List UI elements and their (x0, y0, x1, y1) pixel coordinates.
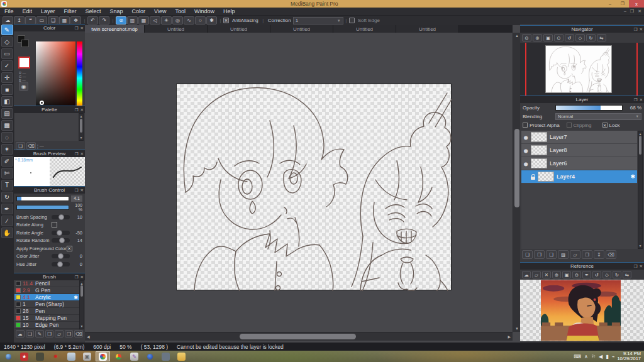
menu-view[interactable]: View (150, 8, 170, 15)
title-bar[interactable]: MediBang Paint Pro – ❐ x (0, 0, 644, 8)
power-icon[interactable]: ▮ (606, 354, 608, 359)
slider-knob[interactable] (59, 238, 65, 243)
select-eraser-tool[interactable]: ✄ (1, 168, 13, 178)
marquee-tool[interactable]: ▭ (1, 48, 13, 59)
popout-icon[interactable]: ❐ (75, 188, 79, 193)
minimize-button[interactable]: – (604, 0, 616, 8)
bucket-tool[interactable]: ◧ (1, 96, 13, 107)
layer-row-6[interactable]: ⬤ Layer6 (521, 157, 637, 170)
menu-tool[interactable]: Tool (170, 8, 190, 15)
soft-edge-checkbox[interactable] (349, 18, 355, 23)
tray-expand-icon[interactable]: ∧ (584, 354, 588, 359)
taskbar-viewer[interactable]: ▣ (80, 351, 94, 361)
menu-color[interactable]: Color (128, 8, 150, 15)
popout-icon[interactable]: ❐ (75, 275, 79, 280)
taskbar-clock[interactable]: 9:14 PM 10/29/2017 (617, 351, 643, 361)
slider-knob[interactable] (58, 253, 64, 259)
slider-track[interactable] (52, 215, 70, 219)
close-icon[interactable]: ✕ (80, 188, 84, 193)
brush-pen-sharp[interactable]: 1 Pen (Sharp) (14, 301, 79, 308)
brush-mapping-pen[interactable]: 15 Mapping Pen (14, 315, 79, 322)
vscroll-thumb[interactable] (514, 129, 519, 207)
layer-scrollbar[interactable]: ▲▼ (638, 131, 643, 249)
canvas-viewport[interactable] (85, 33, 513, 332)
brush-duplicate-icon[interactable]: ❐ (45, 330, 54, 337)
taskbar-discord[interactable] (158, 351, 173, 361)
sv-picker-handle[interactable] (40, 101, 44, 105)
taskbar-browser-globe[interactable] (1, 351, 16, 361)
reference-view[interactable] (520, 280, 644, 341)
layer-delete-icon[interactable]: ⌫ (606, 250, 616, 259)
ref-zoom-out-icon[interactable]: ⊖ (572, 271, 581, 278)
clipping-checkbox[interactable] (567, 123, 572, 128)
layer-row-7[interactable]: ⬤ Layer7 (521, 131, 637, 144)
close-icon[interactable]: ✕ (640, 264, 643, 269)
brush-g-pen[interactable]: 2.9 G Pen (14, 287, 79, 294)
menu-layer[interactable]: Layer (36, 8, 60, 15)
ref-eyedropper-icon[interactable]: ✒ (582, 271, 591, 278)
snap-settings-icon[interactable]: ✱ (206, 16, 217, 25)
nav-zoom-reset-icon[interactable]: ⊙ (554, 34, 564, 41)
layer-add-8bit-icon[interactable]: ❐ (534, 250, 545, 259)
layer-visibility-toggle[interactable]: ⬤ (523, 162, 528, 166)
background-color-swatch[interactable] (21, 40, 29, 47)
magic-wand-tool[interactable]: ✶ (1, 144, 13, 155)
select-pen-tool[interactable]: ✐ (1, 156, 13, 167)
rgb-mini-sliders[interactable]: R ―G ―B ― (19, 71, 26, 82)
snap-curve-icon[interactable]: ∿ (184, 16, 194, 25)
layer-settings-icon[interactable]: ✱ (630, 173, 635, 180)
popout-icon[interactable]: ❐ (75, 151, 79, 156)
tab-untitled-1[interactable]: Untitled (145, 25, 208, 33)
menu-filter[interactable]: Filter (60, 8, 81, 15)
tab-untitled-2[interactable]: Untitled (208, 25, 270, 33)
snap-vanish-icon[interactable]: ◁ (150, 16, 160, 25)
tab-untitled-3[interactable]: Untitled (270, 25, 333, 33)
taskbar-chrome[interactable] (111, 351, 126, 361)
popout-icon[interactable]: ❐ (634, 27, 638, 32)
fill-rect-tool[interactable]: ■ (1, 84, 13, 95)
undo-icon[interactable]: ↶ (87, 16, 98, 25)
tab-untitled-5[interactable]: Untitled (396, 25, 459, 33)
palette-scrollbar[interactable]: ▲▼ (79, 113, 84, 141)
snap-cross-icon[interactable]: ▦ (138, 16, 149, 25)
layer-duplicate-icon[interactable]: ❒ (582, 250, 592, 259)
close-icon[interactable]: ✕ (640, 27, 643, 32)
close-icon[interactable]: ✕ (80, 107, 84, 112)
slider-knob[interactable] (58, 214, 64, 220)
layer-merge-icon[interactable]: ↧ (594, 250, 604, 259)
navigator-view[interactable] (520, 43, 644, 96)
taskbar-explorer[interactable] (174, 351, 189, 361)
palette-add-icon[interactable]: ❏ (16, 142, 25, 150)
close-icon[interactable]: ✕ (80, 275, 84, 280)
slider-knob[interactable] (57, 230, 62, 236)
brush-size-slider[interactable] (16, 196, 69, 201)
lasso-tool[interactable]: ◌ (1, 132, 13, 143)
close-icon[interactable]: ✕ (80, 26, 84, 31)
taskbar-bird-app[interactable] (33, 351, 47, 361)
taskbar-medibang[interactable] (96, 351, 110, 361)
snap-radial-icon[interactable]: ✳ (161, 16, 172, 25)
taskbar-blue-app[interactable] (143, 351, 157, 361)
network-icon[interactable]: ⌁ (612, 354, 615, 359)
rotate-view-tool[interactable]: ↻ (1, 192, 13, 202)
layer-opacity-slider[interactable] (555, 105, 623, 111)
action-center-icon[interactable]: ⚐ (591, 354, 596, 359)
close-icon[interactable]: ✕ (80, 151, 84, 156)
close-button[interactable]: x (629, 0, 644, 8)
slider-track[interactable] (52, 262, 70, 266)
canvas-horizontal-scrollbar[interactable]: ◀▶ (85, 332, 513, 341)
ref-open-folder-icon[interactable]: ▱ (532, 271, 541, 278)
taskbar-wunderlist[interactable]: ★ (17, 351, 31, 361)
snap-circle-icon[interactable]: ◎ (172, 16, 183, 25)
nav-fit-icon[interactable]: ▣ (543, 34, 553, 41)
maximize-button[interactable]: ❐ (616, 0, 629, 8)
text-tool[interactable]: T (1, 180, 13, 190)
menu-window[interactable]: Window (190, 8, 219, 15)
layer-folder-icon[interactable]: ▱ (570, 250, 580, 259)
brush-cloud-icon[interactable]: ☁ (16, 330, 25, 337)
nav-rotate-cw-icon[interactable]: ↻ (586, 34, 596, 41)
brush-pencil[interactable]: 11.4 Pencil (14, 280, 79, 287)
hscroll-thumb[interactable] (240, 334, 356, 339)
eyedropper-tool[interactable]: ✒ (1, 204, 13, 214)
tab-untitled-4[interactable]: Untitled (333, 25, 396, 33)
